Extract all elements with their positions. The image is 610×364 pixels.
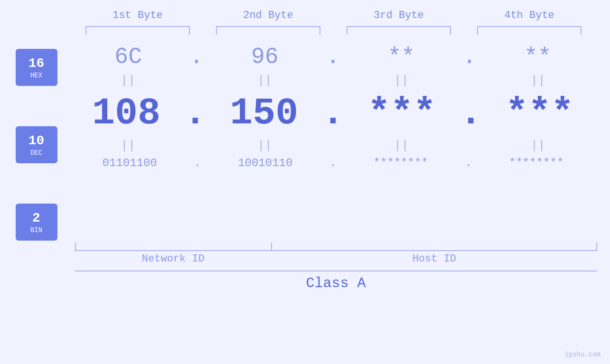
eq-1-4: || <box>486 74 590 88</box>
bin-dot-1: . <box>194 157 201 169</box>
data-rows: 6C . 96 . ** . ** || || || || 108 <box>72 44 595 173</box>
dec-val-2: 150 <box>212 92 316 135</box>
eq-row-2: || || || || <box>72 139 595 153</box>
class-line <box>75 271 597 271</box>
top-brackets <box>73 26 595 35</box>
dec-dot-2: . <box>321 94 344 132</box>
bin-dot-2: . <box>329 157 336 169</box>
class-label: Class A <box>306 275 366 291</box>
bin-val-2: 10010110 <box>213 157 318 169</box>
bin-val-4: ******** <box>484 157 589 169</box>
byte-header-2: 2nd Byte <box>216 9 320 21</box>
hex-badge: 16 HEX <box>16 49 57 86</box>
eq-2-1: || <box>76 139 180 153</box>
dec-dot-1: . <box>184 94 206 132</box>
eq-2-2: || <box>213 139 317 153</box>
eq-2-4: || <box>486 139 590 153</box>
hex-row: 6C . 96 . ** . ** <box>72 44 595 70</box>
bin-row: 01101100 . 10010110 . ******** . *******… <box>72 157 595 169</box>
byte-headers-row: 1st Byte 2nd Byte 3rd Byte 4th Byte <box>73 9 595 21</box>
hex-dot-2: . <box>326 44 340 70</box>
eq-2-3: || <box>349 139 453 153</box>
hex-dot-3: . <box>463 44 477 70</box>
class-section: Class A <box>75 271 597 291</box>
eq-1-2: || <box>213 74 317 88</box>
hex-val-1: 6C <box>76 44 180 70</box>
dec-val-4: *** <box>488 92 592 135</box>
eq-1-3: || <box>349 74 453 88</box>
top-bracket-2 <box>216 26 320 35</box>
bin-val-3: ******** <box>348 157 453 169</box>
byte-header-4: 4th Byte <box>477 9 582 21</box>
id-labels-row: Network ID Host ID <box>75 253 597 265</box>
dec-val-1: 108 <box>74 92 178 135</box>
network-id-label: Network ID <box>75 253 272 265</box>
dec-badge: 10 DEC <box>16 126 57 163</box>
dec-row: 108 . 150 . *** . *** <box>72 92 595 135</box>
byte-header-1: 1st Byte <box>85 9 190 21</box>
bin-dot-3: . <box>465 157 472 169</box>
class-label-row: Class A <box>75 275 597 291</box>
main-content-area: 16 HEX 10 DEC 2 BIN 6C . 96 . ** . ** <box>16 44 595 241</box>
top-bracket-3 <box>347 26 451 35</box>
host-id-label: Host ID <box>272 253 597 265</box>
bin-val-1: 01101100 <box>77 157 182 169</box>
hex-val-2: 96 <box>213 44 317 70</box>
dec-dot-3: . <box>460 94 482 132</box>
top-bracket-4 <box>477 26 582 35</box>
hex-dot-1: . <box>190 44 204 70</box>
dec-val-3: *** <box>350 92 454 135</box>
base-labels-column: 16 HEX 10 DEC 2 BIN <box>16 49 57 241</box>
hex-val-3: ** <box>349 44 453 70</box>
bin-badge: 2 BIN <box>16 204 57 241</box>
eq-row-1: || || || || <box>72 74 595 88</box>
hex-val-4: ** <box>486 44 590 70</box>
watermark: ipshu.com <box>564 351 601 358</box>
byte-header-3: 3rd Byte <box>347 9 451 21</box>
host-bracket <box>271 243 597 251</box>
main-container: 1st Byte 2nd Byte 3rd Byte 4th Byte 16 H… <box>0 0 610 364</box>
top-bracket-1 <box>85 26 190 35</box>
bottom-brackets <box>75 243 597 251</box>
eq-1-1: || <box>76 74 180 88</box>
network-bracket <box>75 243 272 251</box>
